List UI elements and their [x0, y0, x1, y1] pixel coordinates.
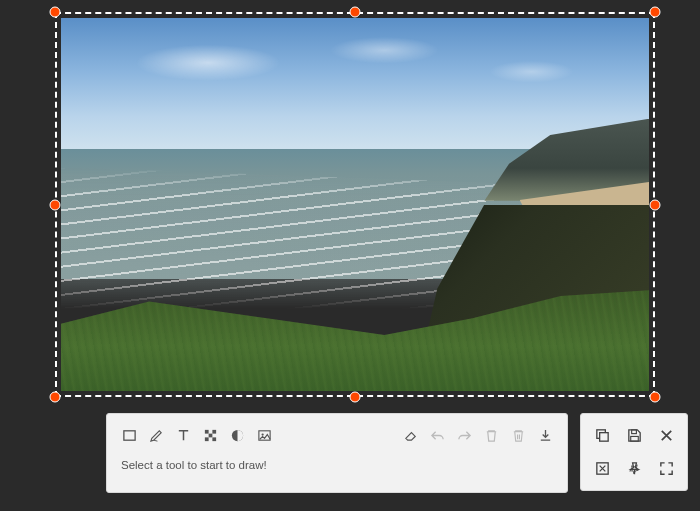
svg-rect-5: [212, 437, 216, 441]
pencil-tool-button[interactable]: [144, 423, 168, 447]
resize-handle-bc[interactable]: [350, 392, 361, 403]
canvas-selection[interactable]: [55, 12, 655, 397]
resize-handle-ml[interactable]: [50, 199, 61, 210]
delete-button[interactable]: [479, 423, 503, 447]
text-tool-button[interactable]: [171, 423, 195, 447]
rectangle-tool-button[interactable]: [117, 423, 141, 447]
redo-button[interactable]: [452, 423, 476, 447]
undo-button[interactable]: [425, 423, 449, 447]
svg-point-8: [261, 433, 263, 435]
fullscreen-button[interactable]: [651, 453, 681, 484]
invert-tool-button[interactable]: [225, 423, 249, 447]
hint-text: Select a tool to start to draw!: [121, 459, 267, 471]
resize-handle-tl[interactable]: [50, 7, 61, 18]
image-tool-button[interactable]: [252, 423, 276, 447]
clear-all-button[interactable]: [506, 423, 530, 447]
copy-button[interactable]: [587, 420, 617, 451]
svg-rect-1: [204, 429, 208, 433]
resize-handle-br[interactable]: [650, 392, 661, 403]
discard-button[interactable]: [587, 453, 617, 484]
download-button[interactable]: [533, 423, 557, 447]
svg-rect-2: [212, 429, 216, 433]
resize-handle-mr[interactable]: [650, 199, 661, 210]
resize-handle-bl[interactable]: [50, 392, 61, 403]
svg-rect-10: [599, 433, 608, 442]
annotation-toolbar: Select a tool to start to draw!: [106, 413, 568, 493]
pixelate-tool-button[interactable]: [198, 423, 222, 447]
eraser-button[interactable]: [398, 423, 422, 447]
resize-handle-tc[interactable]: [350, 7, 361, 18]
svg-rect-0: [123, 430, 134, 439]
close-button[interactable]: [651, 420, 681, 451]
pin-button[interactable]: [619, 453, 649, 484]
svg-rect-12: [630, 436, 638, 441]
svg-rect-4: [204, 437, 208, 441]
captured-image: [61, 18, 649, 391]
svg-rect-3: [208, 433, 212, 437]
resize-handle-tr[interactable]: [650, 7, 661, 18]
save-button[interactable]: [619, 420, 649, 451]
action-panel: [580, 413, 688, 491]
